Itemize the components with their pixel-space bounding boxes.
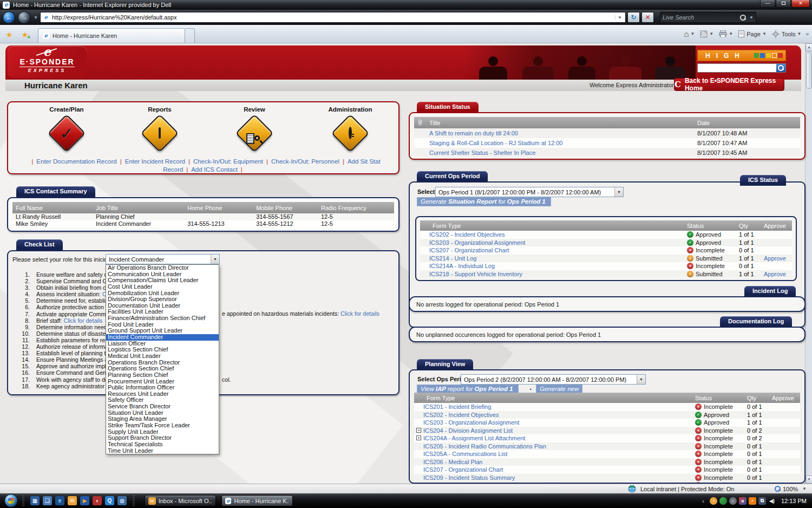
situation-link[interactable]: Current Shelter Status - Shelter In Plac… bbox=[426, 149, 694, 156]
form-link[interactable]: ICS202 - Incident Objectives bbox=[429, 231, 687, 238]
details-link[interactable]: Click for details bbox=[64, 317, 103, 324]
role-option[interactable]: Planning Section Chief bbox=[106, 372, 219, 379]
home-button[interactable]: ⌂▼ bbox=[684, 29, 695, 38]
tray-power-icon[interactable]: ⚡ bbox=[749, 497, 756, 505]
form-link[interactable]: ICS203 - Organizational Assignment bbox=[423, 419, 695, 426]
role-option[interactable]: Cost Unit Leader bbox=[106, 284, 219, 290]
chevron-down-icon[interactable]: ▼ bbox=[211, 255, 219, 264]
search-options-icon[interactable]: ▼ bbox=[749, 15, 754, 20]
situation-link[interactable]: A Shift to remain on duty till 24:00 bbox=[426, 130, 694, 136]
taskbar-item-inbox[interactable]: ✉ Inbox - Microsoft O... bbox=[145, 495, 216, 506]
maximize-button[interactable] bbox=[776, 0, 791, 8]
action-link[interactable]: Check-In/Out: Equipment bbox=[193, 158, 263, 165]
switch-windows-icon[interactable]: ❏ bbox=[43, 496, 52, 505]
stop-button[interactable]: ✕ bbox=[641, 12, 654, 23]
role-option[interactable]: Liaison Officer bbox=[106, 341, 219, 347]
action-link[interactable]: Enter Documentation Record bbox=[36, 158, 116, 165]
scroll-up-button[interactable]: ▲ bbox=[806, 43, 812, 51]
review-diamond-icon[interactable] bbox=[235, 114, 274, 153]
print-button[interactable]: ▼ bbox=[719, 30, 733, 37]
role-option[interactable]: Technical Specialists bbox=[106, 441, 219, 448]
scrollbar-thumb[interactable] bbox=[806, 52, 812, 89]
welcome-menu[interactable]: Welcome Express Administrator▼ bbox=[590, 82, 682, 88]
refresh-button[interactable]: ↻ bbox=[627, 12, 640, 23]
role-option[interactable]: Procurement Unit Leader bbox=[106, 379, 219, 385]
role-option[interactable]: Staging Area Manager bbox=[106, 416, 219, 422]
back-button[interactable]: ← bbox=[3, 11, 15, 24]
add-favorite-icon[interactable]: ★+ bbox=[18, 28, 31, 41]
role-option[interactable]: Incident Commander bbox=[106, 334, 219, 341]
vertical-scrollbar[interactable]: ▲ ▼ bbox=[805, 43, 812, 484]
tools-menu[interactable]: Tools▼ bbox=[772, 30, 802, 38]
minimize-button[interactable]: — bbox=[760, 0, 775, 8]
tray-messenger-icon[interactable] bbox=[719, 497, 727, 505]
scroll-down-button[interactable]: ▼ bbox=[806, 476, 812, 484]
create-plan-diamond-icon[interactable]: ✓ bbox=[48, 114, 86, 153]
form-link[interactable]: ICS214A - Individual Log bbox=[429, 263, 687, 269]
approve-link[interactable]: Approve bbox=[764, 271, 792, 277]
tab-incident-log[interactable]: Incident Log bbox=[744, 286, 796, 297]
tray-network-icon[interactable]: ⧉ bbox=[758, 497, 766, 505]
form-link[interactable]: ICS207 - Organizational Chart bbox=[423, 466, 695, 473]
address-bar[interactable]: e http://express/Hurricane%20Karen/defau… bbox=[40, 12, 626, 23]
role-option[interactable]: Ground Support Unit Leader bbox=[106, 328, 219, 334]
form-link[interactable]: ICS206 - Medical Plan bbox=[423, 459, 695, 465]
tab-documentation-log[interactable]: Documentation Log bbox=[720, 316, 792, 327]
tray-volume-icon[interactable]: ◀) bbox=[768, 497, 776, 505]
form-link[interactable]: ICS202 - Incident Objectives bbox=[423, 412, 695, 418]
role-option[interactable]: Strike Team/Task Force Leader bbox=[106, 422, 219, 429]
back-to-express-home-button[interactable]: C Back to E•SPONDER Express Home bbox=[674, 78, 784, 91]
tab-ics-status[interactable]: ICS Status bbox=[740, 175, 786, 186]
role-option[interactable]: Food Unit Leader bbox=[106, 322, 219, 328]
role-option[interactable]: Safety Officer bbox=[106, 397, 219, 403]
chevron-down-icon[interactable]: ▼ bbox=[614, 187, 623, 197]
media-player-icon[interactable]: ▶ bbox=[80, 496, 89, 505]
outlook-icon[interactable]: ✉ bbox=[68, 496, 77, 505]
tab-current-ops-period[interactable]: Current Ops Period bbox=[417, 171, 488, 182]
tray-expand-icon[interactable]: ‹ bbox=[702, 498, 704, 504]
ops-period-select[interactable]: Ops Period 1 (8/1/2007 12:00:00 PM - 8/2… bbox=[435, 187, 624, 197]
form-link[interactable]: ICS201 - Incident Briefing bbox=[423, 403, 695, 410]
chevron-down-icon[interactable]: ▼ bbox=[802, 486, 807, 491]
tray-clock-icon[interactable]: ◔ bbox=[710, 497, 717, 505]
role-option[interactable]: Support Branch Director bbox=[106, 435, 219, 441]
role-option[interactable]: Operations Branch Director bbox=[106, 360, 219, 366]
show-desktop-icon[interactable]: ▦ bbox=[30, 496, 40, 505]
form-link[interactable]: ICS214 - Unit Log bbox=[429, 255, 687, 262]
tray-security-icon[interactable]: e bbox=[739, 497, 746, 505]
action-link[interactable]: Enter Incident Record bbox=[125, 158, 185, 165]
role-option[interactable]: Demobilization Unit Leader bbox=[106, 290, 219, 297]
history-dropdown-icon[interactable]: ▼ bbox=[34, 15, 38, 20]
form-link[interactable]: ICS207 - Organizational Chart bbox=[429, 247, 687, 253]
form-link[interactable]: ICS204A - Assignment List Attachment bbox=[423, 435, 695, 441]
internet-explorer-icon[interactable]: e bbox=[55, 496, 64, 505]
approve-link[interactable]: Approve bbox=[764, 255, 792, 262]
situation-link[interactable]: Staging & Roll-Call Location - RJ Stadiu… bbox=[426, 140, 694, 146]
role-select[interactable]: Incident Commander ▼ bbox=[106, 254, 220, 264]
forward-button[interactable]: → bbox=[18, 11, 30, 24]
role-option[interactable]: Division/Group Supervisor bbox=[106, 296, 219, 303]
planning-ops-period-select[interactable]: Ops Period 2 (8/2/2007 12:00:00 AM - 8/2… bbox=[461, 374, 646, 385]
banner-search-button[interactable] bbox=[776, 64, 785, 72]
chevron-down-icon[interactable]: ▼ bbox=[637, 375, 645, 384]
url-text[interactable]: http://express/Hurricane%20Karen/default… bbox=[52, 14, 615, 21]
generate-situation-report-button[interactable]: Generate Situation Report for Ops Period… bbox=[417, 197, 551, 206]
role-option[interactable]: Medical Unit Leader bbox=[106, 353, 219, 360]
zoom-control[interactable]: 100% ▼ bbox=[775, 486, 812, 492]
role-option[interactable]: Finance/Administration Section Chief bbox=[106, 315, 219, 322]
details-link[interactable]: Click for details bbox=[340, 310, 379, 317]
role-dropdown-list[interactable]: Air Operations Branch DirectorCommunicat… bbox=[106, 264, 219, 454]
browser-tab[interactable]: e Home - Hurricane Karen bbox=[38, 28, 185, 43]
form-link[interactable]: ICS204 - Division Assignment List bbox=[423, 427, 695, 434]
more-commands-icon[interactable]: » bbox=[806, 31, 809, 37]
globe-app-icon[interactable]: ◍ bbox=[117, 496, 127, 505]
banner-search[interactable] bbox=[697, 63, 786, 73]
role-option[interactable]: Operations Section Chief bbox=[106, 366, 219, 372]
start-button[interactable] bbox=[4, 494, 18, 507]
close-button[interactable]: ✕ bbox=[791, 0, 810, 8]
role-option[interactable]: Situation Unit Leader bbox=[106, 410, 219, 416]
action-link[interactable]: Add ICS Contact bbox=[191, 166, 238, 173]
role-option[interactable]: Compensation/Claims Unit Leader bbox=[106, 277, 219, 284]
role-option[interactable]: Documentation Unit Leader bbox=[106, 303, 219, 309]
role-option[interactable]: Public Information Officer bbox=[106, 385, 219, 391]
